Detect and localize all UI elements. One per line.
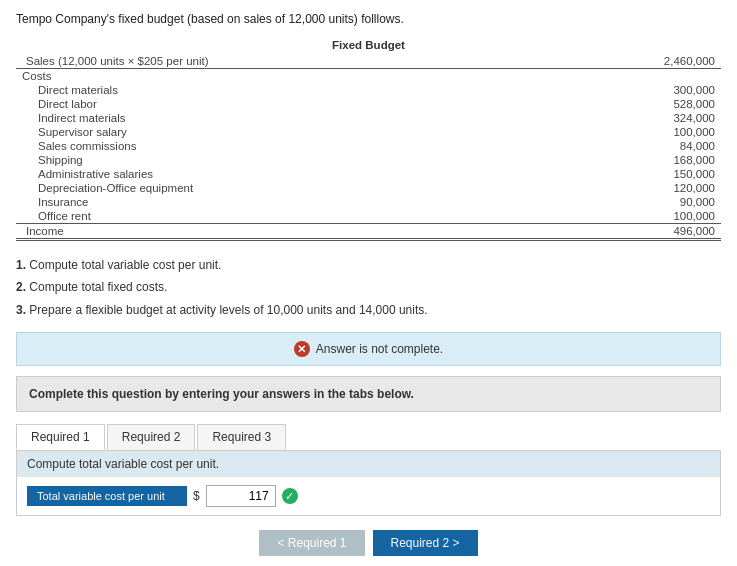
variable-cost-input[interactable] xyxy=(206,485,276,507)
input-row: Total variable cost per unit $ ✓ xyxy=(27,485,710,507)
cost-item-7: Depreciation-Office equipment xyxy=(16,181,601,195)
sales-amount: 2,460,000 xyxy=(601,54,721,69)
cost-item-1: Direct labor xyxy=(16,97,601,111)
cost-item-2: Indirect materials xyxy=(16,111,601,125)
income-amount: 496,000 xyxy=(601,224,721,240)
complete-instruction: Complete this question by entering your … xyxy=(16,376,721,412)
question-1: 1. Compute total variable cost per unit. xyxy=(16,255,721,275)
nav-buttons: < Required 1 Required 2 > xyxy=(16,530,721,556)
budget-table: Fixed Budget Sales (12,000 units × $205 … xyxy=(16,36,721,241)
dollar-sign: $ xyxy=(193,489,200,503)
error-icon: ✕ xyxy=(294,341,310,357)
tab-body: Total variable cost per unit $ ✓ xyxy=(17,477,720,515)
question-3: 3. Prepare a flexible budget at activity… xyxy=(16,300,721,320)
intro-text: Tempo Company's fixed budget (based on s… xyxy=(16,12,721,26)
prev-button[interactable]: < Required 1 xyxy=(259,530,364,556)
income-label: Income xyxy=(16,224,601,240)
input-label: Total variable cost per unit xyxy=(27,486,187,506)
cost-item-3: Supervisor salary xyxy=(16,125,601,139)
cost-item-4: Sales commissions xyxy=(16,139,601,153)
check-icon: ✓ xyxy=(282,488,298,504)
tab-required-2[interactable]: Required 2 xyxy=(107,424,196,450)
cost-item-9: Office rent xyxy=(16,209,601,224)
tabs-container: Required 1 Required 2 Required 3 xyxy=(16,424,721,451)
tab-required-1[interactable]: Required 1 xyxy=(16,424,105,450)
tab-required-3[interactable]: Required 3 xyxy=(197,424,286,450)
next-button[interactable]: Required 2 > xyxy=(373,530,478,556)
budget-header: Fixed Budget xyxy=(16,36,721,54)
cost-item-8: Insurance xyxy=(16,195,601,209)
questions-section: 1. Compute total variable cost per unit.… xyxy=(16,255,721,320)
tab-content-header: Compute total variable cost per unit. xyxy=(17,451,720,477)
answer-banner: ✕ Answer is not complete. xyxy=(16,332,721,366)
question-2: 2. Compute total fixed costs. xyxy=(16,277,721,297)
tab-content-area: Compute total variable cost per unit. To… xyxy=(16,451,721,516)
cost-item-0: Direct materials xyxy=(16,83,601,97)
cost-item-5: Shipping xyxy=(16,153,601,167)
answer-banner-text: Answer is not complete. xyxy=(316,342,443,356)
cost-item-6: Administrative salaries xyxy=(16,167,601,181)
sales-label: Sales (12,000 units × $205 per unit) xyxy=(16,54,601,69)
costs-label: Costs xyxy=(16,69,601,84)
